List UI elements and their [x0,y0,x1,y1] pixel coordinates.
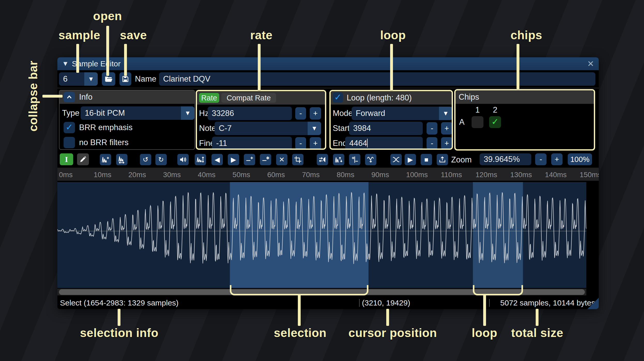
zoom-reset-button[interactable]: 100% [568,153,592,165]
annotation-selection: selection [274,326,327,340]
amplify-button[interactable] [177,154,189,165]
apply-silence-button[interactable] [260,154,271,165]
sample-index-select[interactable]: 6 ▼ [59,72,98,86]
insert-silence-button[interactable] [244,154,255,165]
annotation-total-size: total size [511,326,563,340]
annotation-loop-top: loop [380,28,406,42]
loop-enable-checkbox[interactable]: ✓ [333,92,343,103]
resize-grip[interactable] [587,298,599,309]
loop-end-input[interactable]: 4464 [345,137,423,150]
select-mode-button[interactable]: I [60,153,73,165]
loop-end-minus-button[interactable]: - [427,137,437,150]
waveform-view[interactable] [57,182,586,288]
loop-start-plus-button[interactable]: + [441,122,452,135]
name-input[interactable]: Clarinet DQV [159,72,595,86]
chip-2-checkbox[interactable]: ✓ [489,116,501,128]
delete-button[interactable]: ✕ [276,154,287,165]
normalize-button[interactable] [195,154,206,165]
speaker-icon [179,156,187,163]
fine-minus-button[interactable]: - [295,137,306,150]
info-panel: Info Type 16-bit PCM ▼ ✓ BRR emphasis ✓ … [59,90,195,150]
fine-plus-button[interactable]: + [310,137,321,150]
zoom-out-button[interactable]: - [535,153,547,165]
timeline-tick: 30ms [163,169,181,181]
loop-end-plus-button[interactable]: + [441,137,452,150]
crossfade-button[interactable] [390,154,402,165]
annotation-chips: chips [511,28,542,42]
window-collapse-icon[interactable]: ▼ [62,60,69,68]
wave-plus-icon [102,156,109,163]
chevron-down-icon[interactable]: ▼ [308,122,321,135]
resample-button[interactable] [116,154,127,165]
collapse-bar-button[interactable] [64,92,75,102]
timeline-tick: 150ms [580,169,599,181]
note-select[interactable]: C-7 ▼ [215,122,321,135]
floppy-disk-icon [122,75,129,83]
zoom-input[interactable]: 39.9645% [480,153,531,165]
tab-compat-rate[interactable]: Compat Rate [221,93,276,103]
timeline-tick: 90ms [371,169,389,181]
crossfade-icon [392,156,400,163]
draw-mode-button[interactable] [77,153,89,165]
filter-button[interactable] [365,154,376,165]
no-brr-filters-checkbox[interactable]: ✓ [64,137,75,148]
loop-mode-select[interactable]: Forward ▼ [352,107,452,120]
chip-1-checkbox[interactable]: ✓ [472,116,483,128]
annotation-stem-rate [258,44,261,90]
fade-out-button[interactable]: ▶ [228,154,239,165]
pencil-icon [79,155,87,163]
invert-button[interactable] [333,154,344,165]
loop-panel: ✓ Loop (length: 480) Mode Forward ▼ Star… [329,90,453,150]
chevron-down-icon[interactable]: ▼ [181,106,194,120]
annotation-selection-info: selection info [80,326,158,340]
chips-panel-title: Chips [459,90,479,104]
chips-row-label: A [459,116,465,128]
undo-button[interactable]: ↺ [140,154,151,165]
zoom-in-button[interactable]: + [551,153,563,165]
annotation-stem-collapse-bar [42,95,63,98]
wave-stretch-icon [118,156,126,163]
chevron-down-icon[interactable]: ▼ [84,72,98,86]
loop-start-minus-button[interactable]: - [427,122,437,135]
line-star-icon [262,156,269,163]
rate-panel: Rate Compat Rate Hz 33286 - + Note C-7 ▼… [196,90,326,150]
stop-preview-button[interactable]: ■ [421,154,432,165]
chevron-down-icon[interactable]: ▼ [439,107,452,120]
info-panel-title: Info [79,90,93,104]
annotation-rate: rate [250,28,272,42]
loop-end-value: 4464 [349,139,367,148]
type-label: Type [62,106,79,120]
annotation-stem-loop-bracket [483,295,486,326]
fade-in-button[interactable]: ◀ [211,154,223,165]
waveform-canvas[interactable] [57,182,586,288]
hz-plus-button[interactable]: + [310,107,321,120]
redo-button[interactable]: ↻ [155,154,167,165]
close-icon[interactable]: ✕ [587,57,594,70]
timeline-tick: 110ms [441,169,462,181]
loop-start-input[interactable]: 3984 [349,122,423,135]
hz-input[interactable]: 33286 [208,107,292,120]
preview-button[interactable]: ▶ [405,154,416,165]
tab-rate[interactable]: Rate [199,93,219,103]
type-select[interactable]: 16-bit PCM ▼ [81,106,194,120]
timeline-ruler[interactable]: 0ms10ms20ms30ms40ms50ms60ms70ms80ms90ms1… [57,169,599,181]
timeline-tick: 20ms [128,169,146,181]
sign-button[interactable] [349,154,360,165]
type-value: 16-bit PCM [85,108,125,117]
fine-input[interactable]: -11 [212,137,292,150]
annotation-open: open [93,9,122,23]
annotation-stem-save [124,44,127,76]
brr-emphasis-checkbox[interactable]: ✓ [64,122,75,133]
hz-minus-button[interactable]: - [295,107,306,120]
resize-button[interactable] [100,154,111,165]
annotation-sample: sample [58,28,100,42]
text-caret [367,139,368,147]
reverse-button[interactable] [317,154,328,165]
trim-button[interactable] [292,154,304,165]
chips-column-1: 1 [472,105,483,115]
upload-button[interactable] [437,154,448,165]
note-value: C-7 [219,124,232,133]
annotation-stem-sample [76,44,79,73]
annotation-stem-selection-info [118,309,120,326]
timeline-tick: 130ms [510,169,532,181]
